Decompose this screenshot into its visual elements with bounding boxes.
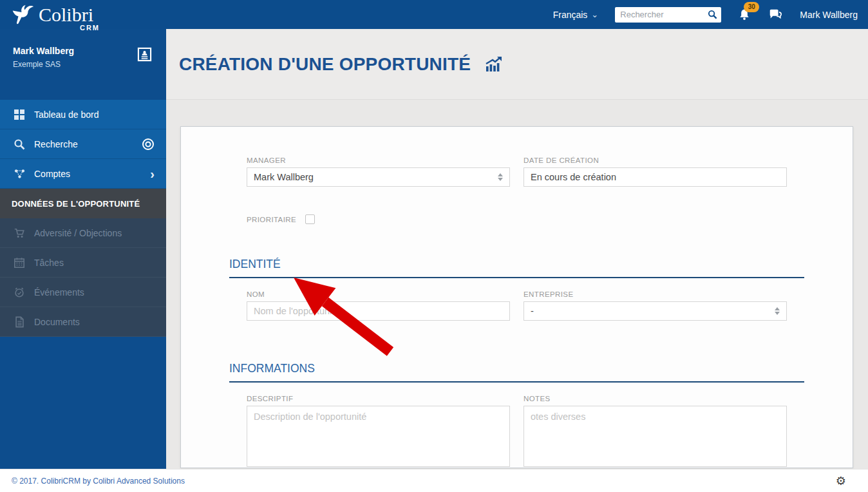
creation-date-input[interactable] <box>524 167 787 187</box>
sidebar: Mark Wallberg Exemple SAS Tableau de bor… <box>0 29 166 469</box>
sidebar-item-events[interactable]: Événements <box>0 278 166 307</box>
notifications-button[interactable]: 30 <box>738 8 751 22</box>
profile-name: Mark Wallberg <box>13 46 153 56</box>
notes-label: NOTES <box>524 395 787 402</box>
global-search[interactable] <box>615 7 721 23</box>
spinner-arrows-icon <box>775 307 780 315</box>
sidebar-section-header: DONNÉES DE L'OPPORTUNITÉ <box>0 189 166 218</box>
sidebar-item-accounts[interactable]: Comptes › <box>0 159 166 189</box>
sidebar-item-label: Comptes <box>34 169 70 179</box>
notification-badge: 30 <box>744 2 759 12</box>
dashboard-grid-icon <box>13 109 26 120</box>
page-title: CRÉATION D'UNE OPPORTUNITÉ <box>179 54 471 75</box>
opportunity-chart-icon <box>485 56 503 73</box>
descriptif-label: DESCRIPTIF <box>247 395 510 402</box>
contact-card-icon <box>137 47 152 62</box>
messages-button[interactable] <box>768 8 783 22</box>
sidebar-item-label: Recherche <box>34 139 78 149</box>
search-input[interactable] <box>620 10 708 19</box>
informations-section-title: INFORMATIONS <box>229 362 804 383</box>
priority-checkbox[interactable] <box>305 214 315 224</box>
sidebar-item-label: Tâches <box>34 258 64 268</box>
copyright-text: © 2017. ColibriCRM by Colibri Advanced S… <box>12 477 185 486</box>
sidebar-profile: Mark Wallberg Exemple SAS <box>0 29 166 100</box>
content-area: MANAGER Mark Wallberg DATE DE CRÉATION P… <box>166 100 868 468</box>
company-label: ENTREPRISE <box>524 290 787 298</box>
manager-label: MANAGER <box>247 156 510 164</box>
identity-section-title: IDENTITÉ <box>229 258 804 278</box>
sidebar-item-search[interactable]: Recherche <box>0 129 166 159</box>
profile-company: Exemple SAS <box>13 60 153 69</box>
informations-section: INFORMATIONS DESCRIPTIF NOTES <box>229 362 804 468</box>
page-header: CRÉATION D'UNE OPPORTUNITÉ <box>166 29 868 100</box>
target-icon[interactable] <box>142 138 155 151</box>
opportunity-name-input[interactable] <box>247 301 510 321</box>
document-icon <box>13 316 26 328</box>
sidebar-item-tasks[interactable]: Tâches <box>0 248 166 278</box>
alarm-clock-icon <box>13 287 26 298</box>
opportunity-form-card: MANAGER Mark Wallberg DATE DE CRÉATION P… <box>180 126 853 468</box>
hummingbird-icon <box>9 3 37 28</box>
notes-textarea[interactable] <box>524 406 787 467</box>
identity-section: IDENTITÉ NOM ENTREPRISE - <box>229 258 804 321</box>
language-selector[interactable]: Français ⌄ <box>553 10 599 20</box>
chat-icon <box>768 8 783 22</box>
search-icon[interactable] <box>708 10 717 19</box>
sidebar-item-dashboard[interactable]: Tableau de bord <box>0 100 166 129</box>
sidebar-item-label: Tableau de bord <box>34 109 99 120</box>
company-select[interactable]: - <box>524 301 787 321</box>
accounts-network-icon <box>13 168 26 180</box>
descriptif-textarea[interactable] <box>247 406 510 467</box>
creation-date-label: DATE DE CRÉATION <box>524 156 787 164</box>
company-select-value: - <box>531 306 534 316</box>
sidebar-item-documents[interactable]: Documents <box>0 307 166 337</box>
cart-icon <box>13 227 26 239</box>
chevron-right-icon: › <box>150 169 155 179</box>
contact-card-button[interactable] <box>137 47 152 64</box>
manager-select[interactable]: Mark Wallberg <box>247 167 510 187</box>
chevron-down-icon: ⌄ <box>591 12 598 17</box>
gear-icon[interactable]: ⚙ <box>836 475 846 487</box>
user-menu[interactable]: Mark Wallberg <box>800 10 858 20</box>
name-label: NOM <box>247 290 510 298</box>
sidebar-item-label: Documents <box>34 317 80 327</box>
brand-sub: CRM <box>80 24 100 32</box>
sidebar-item-label: Événements <box>34 287 84 298</box>
priority-label: PRIORITAIRE <box>247 216 296 223</box>
calendar-icon <box>13 257 26 269</box>
brand-name: Colibri <box>39 4 93 25</box>
search-icon <box>13 138 26 150</box>
main-area: CRÉATION D'UNE OPPORTUNITÉ MANAGER Mark … <box>166 29 868 469</box>
spinner-arrows-icon <box>498 173 503 181</box>
manager-select-value: Mark Wallberg <box>254 172 314 182</box>
sidebar-item-label: Adversité / Objections <box>34 228 122 238</box>
brand-logo[interactable]: Colibri CRM <box>9 0 93 29</box>
topbar: Colibri CRM Français ⌄ 30 <box>0 0 868 29</box>
sidebar-item-adversity[interactable]: Adversité / Objections <box>0 218 166 248</box>
footer: © 2017. ColibriCRM by Colibri Advanced S… <box>0 469 868 492</box>
language-label: Français <box>553 10 588 20</box>
